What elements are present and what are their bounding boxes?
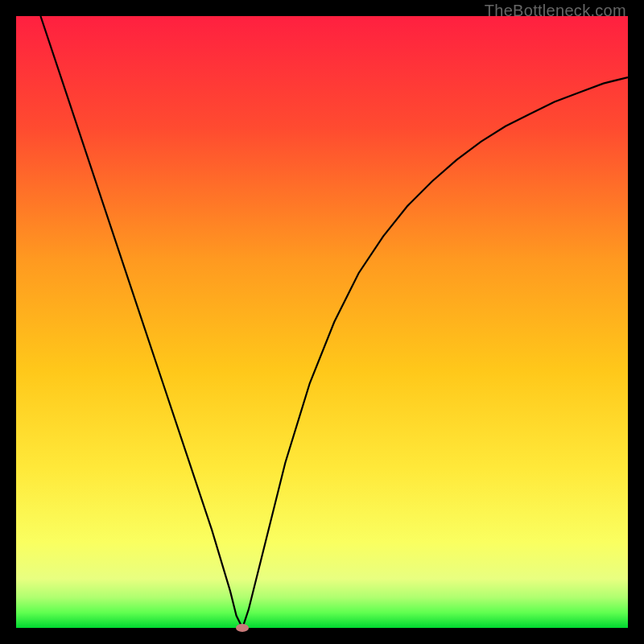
- plot-area: [16, 16, 628, 628]
- svg-rect-0: [16, 16, 628, 628]
- gradient-background: [16, 16, 628, 628]
- chart-container: { "watermark": "TheBottleneck.com", "col…: [0, 0, 644, 644]
- watermark-text: TheBottleneck.com: [485, 2, 626, 20]
- minimum-marker: [236, 624, 249, 632]
